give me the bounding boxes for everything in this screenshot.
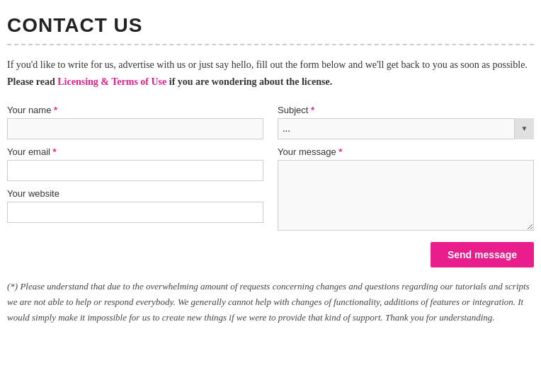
email-field-group: Your email * bbox=[7, 146, 263, 181]
subject-select[interactable]: ... General question Advertising Write f… bbox=[278, 118, 534, 139]
divider bbox=[7, 44, 534, 45]
intro-text-part2: if you are wondering about the license. bbox=[169, 76, 332, 87]
message-label: Your message * bbox=[278, 146, 534, 157]
name-required-star: * bbox=[54, 105, 57, 115]
email-input[interactable] bbox=[7, 160, 263, 181]
subject-field-group: Subject * ... General question Advertisi… bbox=[278, 105, 534, 139]
website-label: Your website bbox=[7, 188, 263, 199]
disclaimer-paragraph: (*) Please understand that due to the ov… bbox=[7, 279, 534, 325]
intro-bold-please: Please read bbox=[7, 76, 57, 87]
email-required-star: * bbox=[53, 146, 57, 157]
form-left-column: Your name * Your email * Your website bbox=[7, 105, 263, 231]
website-input[interactable] bbox=[7, 202, 263, 223]
intro-text-part1: If you'd like to write for us, advertise… bbox=[7, 59, 528, 70]
website-field-group: Your website bbox=[7, 188, 263, 223]
intro-bold-rest: if you are wondering about the license. bbox=[169, 76, 332, 87]
licensing-link[interactable]: Licensing & Terms of Use bbox=[57, 76, 166, 87]
email-label: Your email * bbox=[7, 146, 263, 157]
subject-required-star: * bbox=[311, 105, 314, 115]
message-required-star: * bbox=[338, 146, 342, 157]
contact-form: Your name * Your email * Your website Su… bbox=[7, 105, 534, 231]
subject-select-wrapper: ... General question Advertising Write f… bbox=[278, 118, 534, 139]
send-message-button[interactable]: Send message bbox=[431, 242, 534, 267]
form-right-column: Subject * ... General question Advertisi… bbox=[278, 105, 534, 231]
subject-label: Subject * bbox=[278, 105, 534, 115]
submit-row: Send message bbox=[7, 242, 534, 267]
name-label: Your name * bbox=[7, 105, 263, 115]
name-input[interactable] bbox=[7, 118, 263, 139]
page-title: CONTACT US bbox=[7, 14, 534, 37]
name-field-group: Your name * bbox=[7, 105, 263, 139]
message-field-group: Your message * bbox=[278, 146, 534, 231]
intro-paragraph: If you'd like to write for us, advertise… bbox=[7, 57, 534, 91]
message-textarea[interactable] bbox=[278, 160, 534, 231]
